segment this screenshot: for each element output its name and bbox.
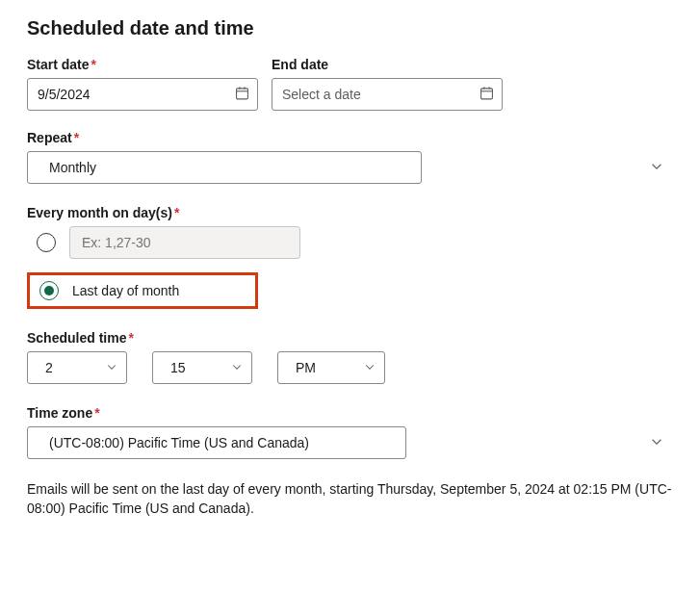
last-day-radio[interactable] [39, 281, 59, 300]
time-zone-select[interactable]: (UTC-08:00) Pacific Time (US and Canada) [27, 426, 406, 459]
last-day-radio-label: Last day of month [72, 283, 179, 298]
chevron-down-icon [650, 435, 663, 451]
scheduled-time-label: Scheduled time* [27, 330, 673, 346]
hour-select[interactable]: 2 [27, 351, 127, 384]
section-heading: Scheduled date and time [27, 17, 673, 39]
start-date-input[interactable] [27, 78, 258, 111]
specific-days-input[interactable] [69, 226, 300, 259]
end-date-label: End date [272, 57, 503, 72]
repeat-select[interactable]: Monthly [27, 151, 422, 184]
minute-select[interactable]: 15 [152, 351, 252, 384]
month-days-label: Every month on day(s)* [27, 205, 673, 220]
schedule-summary: Emails will be sent on the last day of e… [27, 480, 673, 518]
end-date-input[interactable] [272, 78, 503, 111]
chevron-down-icon [650, 160, 663, 176]
last-day-highlight: Last day of month [27, 272, 258, 309]
repeat-label: Repeat* [27, 130, 673, 145]
specific-days-radio[interactable] [37, 233, 56, 252]
ampm-select[interactable]: PM [277, 351, 385, 384]
start-date-label: Start date* [27, 57, 258, 72]
time-zone-label: Time zone* [27, 405, 673, 421]
